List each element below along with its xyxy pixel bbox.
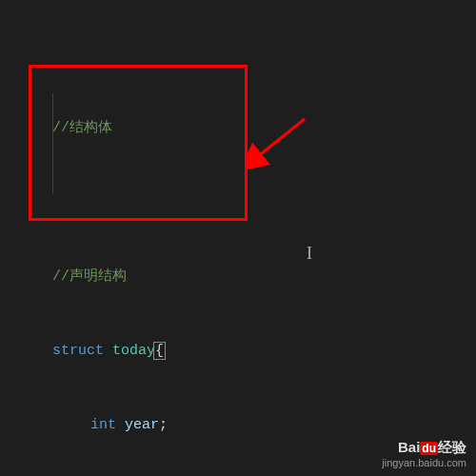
kw-struct: struct: [52, 343, 104, 359]
field-year: year: [125, 417, 159, 433]
brace-open: {: [153, 342, 166, 360]
watermark: Baidu经验 jingyan.baidu.com: [382, 439, 466, 468]
code-editor[interactable]: //结构体 //声明结构 struct today{ int year; int…: [0, 0, 476, 476]
comment-declare: //声明结构: [52, 268, 127, 285]
struct-name: today: [112, 343, 155, 359]
comment-struct: //结构体: [52, 120, 112, 136]
text-cursor-icon: I: [307, 244, 312, 264]
kw-int: int: [90, 417, 116, 433]
